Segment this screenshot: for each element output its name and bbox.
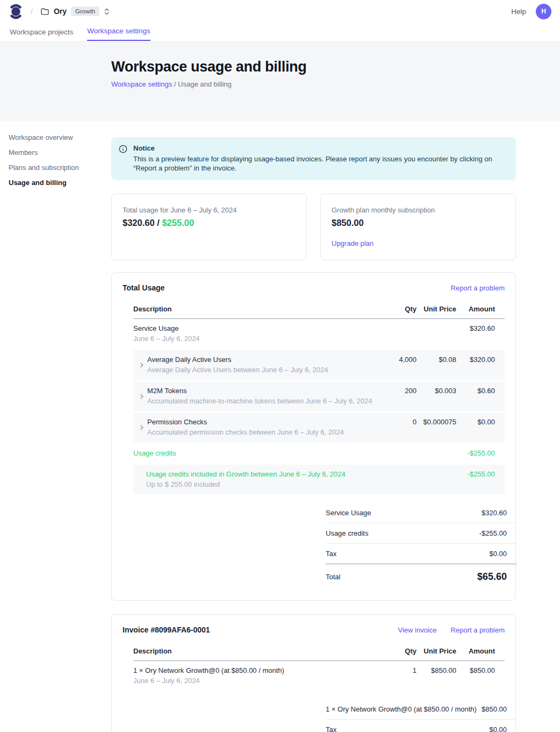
expand-chevron-icon[interactable] (133, 418, 147, 437)
summary-row-service-usage: Service Usage $320.60 (326, 503, 516, 523)
column-amount: Amount (456, 305, 505, 313)
row-subtitle: Accumulated permission checks between Ju… (147, 428, 344, 437)
plan-subscription-card: Growth plan monthly subscription $850.00… (320, 194, 516, 260)
usage-summary: Service Usage $320.60 Usage credits -$25… (326, 503, 516, 588)
upgrade-plan-link[interactable]: Upgrade plan (332, 239, 374, 247)
avatar[interactable]: H (536, 4, 551, 19)
summary-value: $320.60 (482, 509, 516, 517)
row-title: Service Usage (133, 324, 200, 333)
usage-report-problem-link[interactable]: Report a problem (451, 284, 505, 292)
column-qty: Qty (379, 305, 417, 313)
breadcrumb: Workspace settings / Usage and billing (111, 80, 560, 88)
avatar-initial: H (541, 8, 546, 15)
invoice-card: Invoice #8099AFA6-0001 View invoice Repo… (111, 614, 516, 732)
page-title: Workspace usage and billing (111, 59, 560, 75)
table-row-invoice-line: 1 × Ory Network Growth@0 (at $850.00 / m… (133, 661, 505, 691)
row-subtitle: Accumulated machine-to-machine tokens be… (147, 397, 372, 406)
summary-row-tax: Tax $0.00 (326, 544, 516, 564)
summary-value: $850.00 (482, 705, 516, 713)
invoice-table: Description Qty Unit Price Amount 1 × Or… (133, 642, 505, 732)
row-amount: $0.60 (456, 387, 505, 406)
table-row-service-usage: Service Usage June 6 – July 6, 2024 $320… (133, 319, 505, 349)
usage-card-value: $320.60 / $255.00 (123, 218, 296, 228)
sidebar-item-plans-and-subscription[interactable]: Plans and subscription (9, 164, 111, 172)
summary-cards: Total usage for June 6 – July 6, 2024 $3… (111, 194, 516, 260)
expand-chevron-icon[interactable] (133, 356, 147, 374)
row-qty: 1 (379, 666, 417, 685)
topbar: / Ory Growth Help H (0, 0, 560, 23)
row-qty (379, 449, 417, 458)
notice-banner: Notice This is a preview feature for dis… (111, 137, 516, 180)
summary-row-usage-credits: Usage credits -$255.00 (326, 523, 516, 544)
tab-workspace-settings[interactable]: Workspace settings (87, 27, 150, 41)
column-unit-price: Unit Price (417, 647, 456, 655)
help-link[interactable]: Help (511, 8, 526, 16)
topbar-right: Help H (511, 4, 551, 19)
breadcrumb-divider: / (172, 80, 178, 88)
summary-row-tax: Tax $0.00 (326, 720, 516, 732)
row-qty: 200 (379, 387, 417, 406)
row-amount: -$255.00 (456, 449, 505, 458)
usage-table: Description Qty Unit Price Amount Servic… (133, 300, 505, 588)
row-title: Usage credits (133, 449, 176, 458)
row-subtitle: June 6 – July 6, 2024 (133, 677, 284, 685)
invoice-table-header: Description Qty Unit Price Amount (133, 642, 505, 661)
topbar-left: / Ory Growth (9, 3, 110, 20)
usage-table-header: Description Qty Unit Price Amount (133, 300, 505, 319)
column-unit-price: Unit Price (417, 305, 456, 313)
notice-content: Notice This is a preview feature for dis… (133, 144, 504, 173)
usage-table-title: Total Usage (123, 283, 164, 292)
total-value: $65.60 (477, 571, 516, 582)
table-row-usage-credits-included: Usage credits included in Growth between… (133, 465, 505, 494)
row-qty (379, 470, 417, 489)
row-title: Permission Checks (147, 418, 344, 427)
summary-label: Tax (326, 550, 336, 558)
column-amount: Amount (456, 647, 505, 655)
invoice-title: Invoice #8099AFA6-0001 (123, 626, 210, 634)
table-row-usage-credits: Usage credits -$255.00 (133, 444, 505, 463)
summary-label: 1 × Ory Network Growth@0 (at $850.00 / m… (326, 705, 477, 713)
row-amount: $320.60 (456, 324, 505, 343)
folder-icon (40, 8, 49, 16)
total-label: Total (326, 573, 340, 581)
view-invoice-link[interactable]: View invoice (398, 626, 437, 634)
summary-row-total: Total $65.60 (326, 564, 516, 588)
expand-chevron-icon[interactable] (133, 387, 147, 406)
plan-badge: Growth (71, 6, 99, 16)
breadcrumb-separator: / (31, 7, 33, 16)
row-qty: 4,000 (379, 356, 417, 374)
usage-included-amount: $255.00 (162, 218, 194, 228)
row-title: 1 × Ory Network Growth@0 (at $850.00 / m… (133, 666, 284, 675)
invoice-summary: 1 × Ory Network Growth@0 (at $850.00 / m… (326, 699, 516, 732)
workspace-name: Ory (54, 7, 67, 16)
row-subtitle: June 6 – July 6, 2024 (133, 335, 200, 343)
row-subtitle: Average Daily Active Users between June … (147, 366, 328, 374)
breadcrumb-link-workspace-settings[interactable]: Workspace settings (111, 80, 172, 88)
usage-used-amount: $320.60 (123, 218, 155, 228)
row-amount: $850.00 (456, 666, 505, 685)
summary-label: Service Usage (326, 509, 371, 517)
sidebar-item-usage-and-billing[interactable]: Usage and billing (9, 179, 111, 187)
main-content: Notice This is a preview feature for dis… (111, 121, 516, 732)
plan-card-label: Growth plan monthly subscription (332, 206, 505, 214)
column-description: Description (133, 647, 379, 655)
invoice-report-problem-link[interactable]: Report a problem (451, 626, 505, 634)
usage-value-separator: / (155, 218, 162, 228)
workspace-switcher[interactable]: Ory Growth (40, 6, 110, 16)
ory-logo-icon[interactable] (9, 3, 23, 20)
table-row-m2m-tokens: M2M Tokens Accumulated machine-to-machin… (133, 381, 505, 411)
page-header: Workspace usage and billing Workspace se… (0, 41, 560, 121)
sidebar-item-members[interactable]: Members (9, 148, 111, 157)
notice-title: Notice (133, 144, 504, 152)
table-row-permission-checks: Permission Checks Accumulated permission… (133, 413, 505, 442)
notice-body: This is a preview feature for displaying… (133, 154, 504, 173)
row-title: Usage credits included in Growth between… (146, 470, 346, 479)
row-unit-price: $0.08 (417, 356, 456, 374)
tab-workspace-projects[interactable]: Workspace projects (10, 28, 73, 41)
row-qty (379, 324, 417, 343)
workspace-tabbar: Workspace projects Workspace settings (0, 23, 560, 41)
summary-value: $0.00 (489, 726, 516, 732)
sidebar-item-workspace-overview[interactable]: Workspace overview (9, 133, 111, 141)
row-title: M2M Tokens (147, 387, 372, 395)
breadcrumb-current: Usage and billing (178, 80, 232, 88)
